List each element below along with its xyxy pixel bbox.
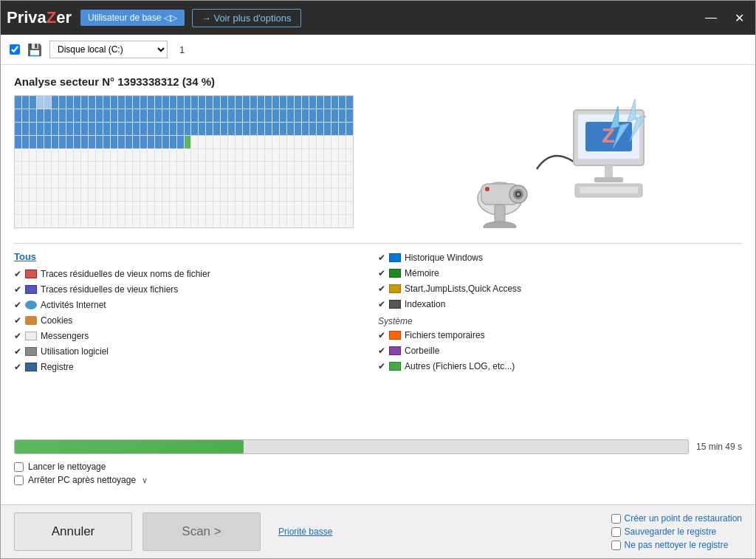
sector-cell [280,109,286,122]
sector-cell [52,175,58,188]
sector-cell [148,96,154,109]
options-button[interactable]: → Voir plus d'options [192,9,301,27]
sector-cell [206,188,213,201]
sector-cell [162,136,169,148]
priority-link[interactable]: Priorité basse [278,527,332,537]
cancel-button[interactable]: Annuler [14,512,132,551]
close-button[interactable]: ✕ [729,7,749,28]
sector-cell [221,175,227,188]
step-number: 1 [179,44,185,55]
minimize-button[interactable]: — [701,7,721,28]
sector-cell [52,202,58,214]
sector-cell [295,162,301,174]
sector-cell [213,96,220,109]
sector-cell [30,188,36,201]
sector-cell [228,215,235,227]
sector-cell [287,96,294,109]
sector-cell [170,136,176,148]
sector-cell [170,162,176,174]
sector-cell [170,215,176,227]
check-icon: ✔ [378,329,385,342]
sector-cell [206,162,213,174]
sector-cell [44,202,51,214]
save-registry-label[interactable]: Sauvegarder le registre [611,527,742,537]
sector-cell [15,123,21,135]
sector-cell [118,149,125,162]
sector-cell [236,215,242,227]
sector-cell [324,215,331,227]
sector-grid [14,95,354,228]
sector-cell [177,96,184,109]
restore-point-checkbox[interactable] [611,514,621,524]
sector-cell [295,136,301,148]
sector-cell [30,162,36,174]
sector-cell [96,149,103,162]
restore-point-label[interactable]: Créer un point de restauration [611,513,742,524]
sector-cell [295,175,301,188]
sector-cell [148,215,154,227]
sector-cell [96,175,103,188]
sector-cell [302,136,309,148]
sector-cell [302,202,309,214]
sector-cell [133,109,140,122]
sector-cell [221,136,227,148]
sector-cell [346,109,353,122]
sector-cell [89,202,95,214]
scan-button[interactable]: Scan > [142,512,261,551]
sector-cell [280,162,286,174]
stop-pc-checkbox[interactable] [14,476,24,485]
stop-pc-label[interactable]: Arrêter PC après nettoyage ∨ [14,475,742,485]
sector-cell [52,136,58,148]
save-registry-checkbox[interactable] [611,527,621,537]
sector-cell [221,123,227,135]
sector-cell [133,123,140,135]
list-item: ✔ Cookies [14,314,378,327]
sector-cell [15,136,21,148]
no-clean-registry-label[interactable]: Ne pas nettoyer le registre [611,540,742,550]
sector-cell [155,175,162,188]
sector-cell [265,123,272,135]
residual-files-icon [25,285,37,294]
sector-cell [103,123,110,135]
sector-cell [155,162,162,174]
residual-names-icon [25,270,37,278]
sector-cell [126,175,132,188]
sector-cell [81,202,88,214]
sector-cell [155,202,162,214]
temp-files-icon [389,331,401,340]
drive-checkbox[interactable] [10,44,20,55]
launch-clean-label[interactable]: Lancer le nettoyage [14,462,742,472]
sector-cell [265,162,272,174]
sector-cell [302,188,309,201]
sector-cell [295,96,301,109]
progress-bar-fill [15,440,244,453]
launch-clean-checkbox[interactable] [14,462,24,472]
sector-cell [177,123,184,135]
sector-cell [295,149,301,162]
sector-cell [15,215,21,227]
list-item: ✔ Activités Internet [14,298,378,312]
sector-cell [118,215,125,227]
check-icon: ✔ [378,251,385,264]
sector-cell [339,96,346,109]
sector-cell [52,162,58,174]
sector-cell [185,188,191,201]
restore-point-text: Créer un point de restauration [625,513,742,524]
sector-cell [133,136,140,148]
drive-select[interactable]: Disque local (C:) [49,41,168,58]
no-clean-registry-checkbox[interactable] [611,541,621,550]
sector-cell [148,202,154,214]
sector-cell [272,123,279,135]
sector-cell [103,96,110,109]
sector-cell [81,123,88,135]
sector-cell [22,215,29,227]
all-categories-header[interactable]: Tous [14,251,378,262]
sector-cell [309,149,316,162]
sector-cell [317,123,323,135]
sector-cell [148,188,154,201]
sector-cell [265,136,272,148]
sector-cell [236,149,242,162]
sector-cell [52,123,58,135]
sector-cell [324,96,331,109]
sector-cell [339,202,346,214]
